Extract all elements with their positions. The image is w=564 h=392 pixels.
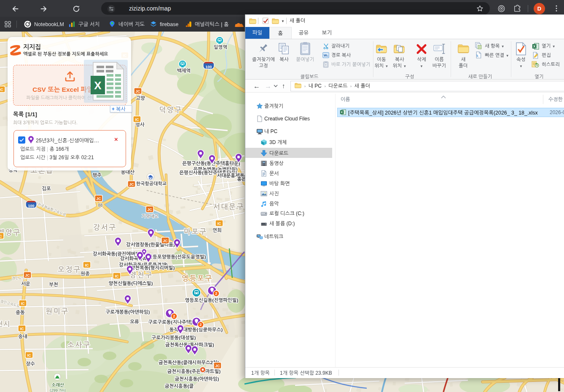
svg-text:중동: 중동 (16, 310, 25, 315)
svg-text:양천신월동(디에스빌): 양천신월동(디에스빌) (109, 281, 153, 286)
svg-text:한국항공대학교: 한국항공대학교 (136, 181, 167, 186)
svg-text:송내: 송내 (18, 334, 27, 339)
svg-text:JC: JC (215, 364, 220, 368)
svg-text:100: 100 (205, 65, 212, 69)
svg-text:IC: IC (21, 301, 25, 306)
svg-text:금천시흥동(아덴하임): 금천시흥동(아덴하임) (175, 376, 219, 381)
svg-text:IC: IC (27, 353, 32, 357)
svg-text:영등포구: 영등포구 (182, 275, 213, 282)
svg-text:영등포신길동(진영파인빌): 영등포신길동(진영파인빌) (185, 298, 239, 303)
svg-text:고양: 고양 (136, 96, 145, 101)
svg-text:부천시: 부천시 (0, 320, 11, 327)
svg-text:구로구로동(지나주택): 구로구로동(지나주택) (148, 320, 193, 325)
svg-text:X: X (533, 44, 536, 48)
svg-text:소사구: 소사구 (67, 341, 91, 349)
svg-text:서대문구: 서대문구 (213, 203, 244, 211)
svg-text:금천독산동(클래시하우스2차): 금천독산동(클래시하우스2차) (158, 360, 219, 365)
svg-text:양천구: 양천구 (129, 271, 153, 279)
svg-text:장수: 장수 (26, 361, 35, 366)
svg-text:88: 88 (98, 203, 103, 207)
svg-text:소래산: 소래산 (51, 383, 64, 387)
svg-text:IC: IC (0, 88, 3, 92)
svg-text:원미구: 원미구 (46, 307, 69, 315)
svg-text:행주: 행주 (92, 173, 102, 178)
svg-text:IC: IC (20, 327, 24, 331)
svg-text:IC: IC (135, 117, 140, 122)
svg-text:영등포양평동(선유도윤영빌): 영등포양평동(선유도윤영빌) (148, 254, 206, 259)
svg-text:강서구: 강서구 (93, 224, 116, 231)
svg-text:마포구: 마포구 (184, 228, 207, 235)
svg-text:JC: JC (96, 197, 101, 201)
svg-text:2: 2 (199, 322, 201, 327)
svg-text:W: W (324, 53, 327, 57)
svg-text:구로가리봉동(대성빌): 구로가리봉동(대성빌) (152, 335, 196, 340)
svg-text:양천목동(형지리버빌): 양천목동(형지리버빌) (131, 265, 175, 270)
svg-text:금천시흥동(클: 금천시흥동(클 (165, 384, 194, 389)
svg-text:일영역: 일영역 (214, 45, 227, 50)
svg-text:2: 2 (215, 291, 217, 296)
svg-text:IC: IC (218, 221, 222, 226)
svg-text:금천시흥동(주은스마트빌): 금천시흥동(주은스마트빌) (167, 369, 221, 374)
svg-text:2: 2 (173, 314, 175, 318)
svg-text:백제역: 백제역 (177, 68, 191, 73)
svg-text:IC: IC (0, 234, 2, 238)
svg-text:JC: JC (163, 239, 168, 243)
svg-text:X: X (341, 110, 343, 114)
svg-text:JC: JC (25, 273, 30, 277)
svg-text:JC: JC (135, 89, 140, 93)
svg-text:JC: JC (129, 182, 134, 187)
svg-text:오정구: 오정구 (58, 266, 81, 273)
svg-text:JC: JC (147, 208, 152, 212)
svg-text:IC: IC (115, 274, 119, 278)
svg-text:연희: 연희 (212, 228, 222, 233)
svg-text:김포: 김포 (42, 186, 51, 191)
svg-text:(299.7m): (299.7m) (50, 388, 66, 392)
svg-text:부천: 부천 (49, 282, 58, 287)
svg-text:원종: 원종 (81, 271, 90, 276)
svg-text:서운: 서운 (21, 281, 30, 286)
svg-text:100: 100 (28, 204, 34, 208)
svg-text:IC: IC (85, 263, 89, 267)
svg-text:오류: 오류 (130, 319, 139, 324)
svg-text:성사: 성사 (135, 122, 145, 127)
svg-text:덕양구: 덕양구 (159, 106, 182, 114)
svg-text:구로개봉동(아덴하임): 구로개봉동(아덴하임) (106, 309, 150, 315)
svg-text:가양대교: 가양대교 (142, 214, 158, 219)
svg-text:X: X (94, 79, 102, 92)
